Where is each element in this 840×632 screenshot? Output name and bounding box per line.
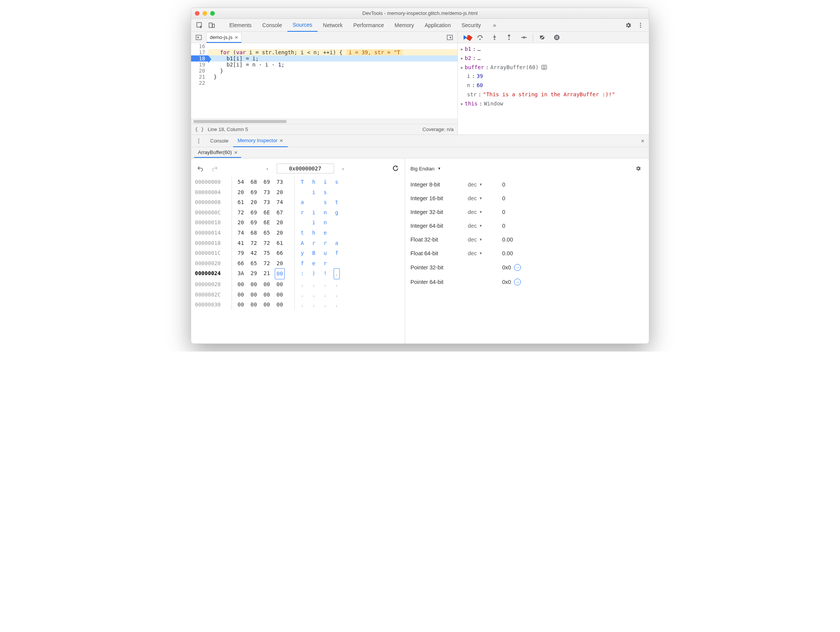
tab-elements[interactable]: Elements	[224, 19, 257, 32]
hex-row[interactable]: 0000000420697320is	[195, 187, 401, 198]
svg-rect-16	[557, 36, 558, 39]
tabs-overflow-button[interactable]: »	[488, 19, 501, 32]
scope-var-n[interactable]: n: 60	[461, 81, 646, 90]
device-toolbar-icon[interactable]	[206, 20, 217, 31]
hex-row[interactable]: 0000002C00000000....	[195, 290, 401, 300]
drawer-tab-memory-inspector[interactable]: Memory Inspector×	[233, 135, 288, 147]
close-drawer-tab-icon[interactable]: ×	[280, 137, 283, 144]
drawer-tab-console[interactable]: Console	[206, 135, 233, 147]
hex-row[interactable]: 0000003000000000....	[195, 300, 401, 310]
hex-row[interactable]: 0000000054686973This	[195, 177, 401, 187]
file-tab-demo-js[interactable]: demo-js.js ×	[206, 32, 242, 43]
code-line[interactable]: 19 b2[i] = n - i - 1;	[191, 62, 457, 68]
prev-page-icon[interactable]: ‹	[262, 163, 273, 174]
svg-rect-1	[209, 23, 212, 28]
scope-var-b2[interactable]: ▶ b2: …	[461, 54, 646, 63]
scope-var-str[interactable]: str: "This is a string in the ArrayBuffe…	[461, 90, 646, 99]
scope-var-b1[interactable]: ▶ b1: …	[461, 45, 646, 54]
value-mode-selector[interactable]: dec▼	[468, 209, 502, 215]
step-out-button[interactable]	[504, 32, 514, 43]
close-window-icon[interactable]	[195, 11, 199, 16]
scope-var-this[interactable]: ▶ this: Window	[461, 99, 646, 109]
value-row: Integer 16-bitdec▼0	[410, 191, 644, 205]
reveal-in-memory-icon[interactable]	[542, 65, 547, 70]
tab-sources[interactable]: Sources	[287, 19, 318, 32]
pause-on-exceptions-button[interactable]	[551, 32, 562, 43]
hex-row[interactable]: 0000001474686520the	[195, 228, 401, 238]
value-mode-selector[interactable]: dec▼	[468, 181, 502, 188]
value-mode-selector[interactable]: dec▼	[468, 223, 502, 229]
mi-tab-label: ArrayBuffer(60)	[198, 149, 232, 155]
code-line[interactable]: 16	[191, 43, 457, 49]
tab-performance[interactable]: Performance	[348, 19, 389, 32]
endian-selector[interactable]: Big Endian ▼	[410, 166, 441, 172]
code-line[interactable]: 18 b1[i] = i;	[191, 55, 457, 62]
jump-to-address-icon[interactable]: →	[514, 264, 521, 271]
hex-row[interactable]: 0000001841727261Arra	[195, 238, 401, 248]
svg-point-5	[640, 26, 641, 28]
step-into-button[interactable]	[489, 32, 500, 43]
code-line[interactable]: 22	[191, 80, 457, 86]
hex-toolbar: ‹ ›	[195, 162, 401, 177]
tab-memory[interactable]: Memory	[389, 19, 420, 32]
value-row: Float 32-bitdec▼0.00	[410, 233, 644, 246]
file-tabs: demo-js.js ×	[191, 32, 457, 43]
hex-row[interactable]: 0000000C72696E67ring	[195, 207, 401, 218]
step-button[interactable]	[518, 32, 529, 43]
next-page-icon[interactable]: ›	[338, 163, 349, 174]
tab-console[interactable]: Console	[257, 19, 287, 32]
value-settings-icon[interactable]	[633, 163, 644, 174]
code-line[interactable]: 17 for (var i = str.length; i < n; ++i) …	[191, 49, 457, 55]
svg-point-19	[198, 142, 199, 143]
zoom-window-icon[interactable]	[210, 11, 215, 16]
close-file-icon[interactable]: ×	[235, 34, 238, 41]
minimize-window-icon[interactable]	[203, 11, 207, 16]
mi-tab-arraybuffer[interactable]: ArrayBuffer(60) ×	[194, 147, 241, 158]
hex-row[interactable]: 0000002800000000....	[195, 279, 401, 290]
hex-row[interactable]: 0000001C79427566yBuf	[195, 248, 401, 258]
code-editor[interactable]: 1617 for (var i = str.length; i < n; ++i…	[191, 43, 457, 118]
undo-icon[interactable]	[195, 163, 206, 174]
redo-icon[interactable]	[209, 163, 220, 174]
inspect-element-icon[interactable]	[194, 20, 205, 31]
scope-variables: ▶ b1: … ▶ b2: … ▶ buffer: ArrayBuffer(60…	[458, 43, 649, 135]
jump-to-address-icon[interactable]: →	[514, 279, 521, 285]
hex-row[interactable]: 0000001020696E20in	[195, 217, 401, 228]
scope-var-i[interactable]: i: 39	[461, 72, 646, 81]
tab-security[interactable]: Security	[456, 19, 486, 32]
debugger-toggle-icon[interactable]	[444, 32, 455, 43]
close-mi-tab-icon[interactable]: ×	[234, 149, 238, 156]
settings-icon[interactable]	[623, 20, 634, 31]
hex-grid[interactable]: 0000000054686973This0000000420697320is00…	[195, 177, 401, 340]
code-line[interactable]: 20 }	[191, 68, 457, 74]
address-input[interactable]	[277, 164, 334, 173]
resume-button[interactable]	[460, 32, 471, 43]
debugger-pane: ▶ b1: … ▶ b2: … ▶ buffer: ArrayBuffer(60…	[458, 32, 649, 135]
titlebar: DevTools - memory-inspector.glitch.me/de…	[191, 8, 649, 19]
horizontal-scrollbar[interactable]	[191, 118, 457, 124]
more-icon[interactable]	[635, 20, 646, 31]
value-mode-selector[interactable]: dec▼	[468, 195, 502, 201]
tab-application[interactable]: Application	[419, 19, 456, 32]
value-row: Integer 64-bitdec▼0	[410, 219, 644, 233]
deactivate-breakpoints-button[interactable]	[537, 32, 548, 43]
step-over-button[interactable]	[475, 32, 485, 43]
value-mode-selector[interactable]: dec▼	[468, 250, 502, 256]
tab-network[interactable]: Network	[318, 19, 348, 32]
editor-status-bar: { } Line 18, Column 5 Coverage: n/a	[191, 124, 457, 135]
svg-point-3	[640, 23, 641, 24]
refresh-icon[interactable]	[390, 163, 401, 174]
code-line[interactable]: 21}	[191, 74, 457, 80]
value-mode-selector[interactable]: dec▼	[468, 237, 502, 243]
hex-row[interactable]: 0000000861207374ast	[195, 197, 401, 207]
hex-row[interactable]: 000000243A292100:)!.	[195, 268, 401, 279]
pretty-print-icon[interactable]: { }	[195, 126, 204, 132]
close-drawer-icon[interactable]: ×	[641, 138, 644, 144]
navigator-toggle-icon[interactable]	[193, 32, 204, 43]
scope-var-buffer[interactable]: ▶ buffer: ArrayBuffer(60)	[461, 63, 646, 72]
main-toolbar: ElementsConsoleSourcesNetworkPerformance…	[191, 19, 649, 32]
svg-point-9	[479, 39, 481, 40]
hex-row[interactable]: 0000002066657220fer	[195, 258, 401, 269]
drawer-more-icon[interactable]	[193, 136, 204, 146]
memory-inspector-tabs: ArrayBuffer(60) ×	[191, 147, 649, 159]
